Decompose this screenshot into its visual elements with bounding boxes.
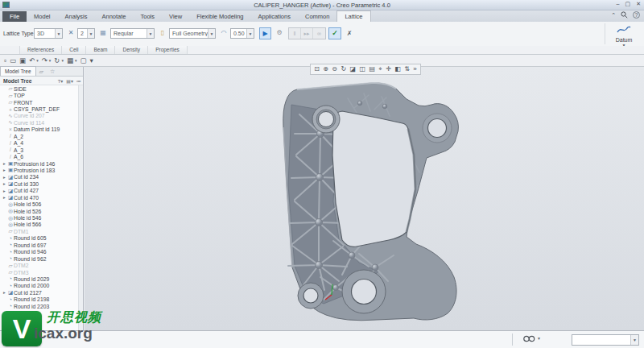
repaint-icon[interactable]: ↻ <box>339 64 348 74</box>
refit-icon[interactable]: ⊡ <box>312 64 321 74</box>
tree-item-curve-id-207[interactable]: ∿Curve id 207 <box>0 113 78 119</box>
undo-icon[interactable]: ↶ <box>27 56 36 66</box>
accept-button[interactable]: ✓ <box>328 27 341 39</box>
maximize-button[interactable]: ▢ <box>625 1 631 7</box>
tree-item-protrusion-id-146[interactable]: ▸▣Protrusion id 146 <box>0 160 78 167</box>
tab-favorites[interactable]: ☆ <box>47 67 58 76</box>
datum-group-button[interactable]: Datum ▼ <box>609 23 639 45</box>
tab-folder-browser[interactable]: ▱ <box>36 67 47 76</box>
tree-item-csys-part-def[interactable]: ＋CSYS_PART_DEF <box>0 106 78 112</box>
saved-orientations-icon[interactable]: ▤ <box>367 64 377 74</box>
tree-filter-icon[interactable]: T▾ <box>56 78 65 84</box>
menu-tab-flexible-modeling[interactable]: Flexible Modeling <box>189 11 250 22</box>
help-icon[interactable]: ? <box>633 11 640 19</box>
menu-tab-view[interactable]: View <box>162 11 189 22</box>
tree-item-round-id-946[interactable]: ◔Round id 946 <box>0 249 78 255</box>
tree-item-datum-point-id-119[interactable]: ×Datum Point id 119 <box>0 126 78 133</box>
spin-center-icon[interactable]: ◧ <box>393 64 402 74</box>
tree-item-round-id-2000[interactable]: ◔Round id 2000 <box>0 283 78 289</box>
preview-play-button[interactable]: ▶ <box>259 27 271 39</box>
tree-item-hole-id-546[interactable]: ◎Hole id 546 <box>0 214 78 221</box>
geometry-select[interactable]: Full Geometry▼ <box>169 28 216 39</box>
tree-item-round-id-697[interactable]: ◔Round id 697 <box>0 242 78 248</box>
redo-icon[interactable]: ↷ <box>40 56 49 66</box>
caliper-hanger-3d-model[interactable] <box>85 67 644 330</box>
tree-item-hole-id-526[interactable]: ◎Hole id 526 <box>0 208 78 214</box>
tree-item-cut-id-234[interactable]: ▸◪Cut id 234 <box>0 174 78 180</box>
group-tab-properties[interactable]: Properties <box>148 46 188 54</box>
group-tab-references[interactable]: References <box>19 46 62 54</box>
tree-item-cut-id-470[interactable]: ▸◪Cut id 470 <box>0 194 78 201</box>
tree-item-round-id-962[interactable]: ◔Round id 962 <box>0 255 78 262</box>
lattice-type-select[interactable]: 3D▼ <box>34 28 63 39</box>
open-file-icon[interactable]: ▭ <box>8 56 18 66</box>
tree-item-curve-id-114[interactable]: ∿Curve id 114 <box>0 119 78 126</box>
menu-tab-applications[interactable]: Applications <box>251 11 298 22</box>
menu-tab-annotate[interactable]: Annotate <box>94 11 133 22</box>
zoom-out-icon[interactable]: ⊖ <box>330 64 339 74</box>
tree-item-cut-id-427[interactable]: ▸◪Cut id 427 <box>0 188 78 194</box>
minimize-button[interactable]: – <box>617 1 620 7</box>
tree-settings-icon[interactable]: ▤▾ <box>64 78 75 84</box>
menu-tab-common[interactable]: Common <box>298 11 336 22</box>
datum-display-icon[interactable]: ⌖ <box>377 64 384 74</box>
find-tool[interactable]: ▼ <box>523 334 541 342</box>
zoom-in-icon[interactable]: ⊕ <box>321 64 330 74</box>
ball-diameter-icon[interactable]: ◠ <box>218 28 229 39</box>
new-file-icon[interactable]: ▫ <box>2 56 8 66</box>
perspective-icon[interactable]: » <box>411 64 419 74</box>
cell-type-select[interactable]: Regular▼ <box>110 28 155 39</box>
search-icon[interactable] <box>621 11 628 19</box>
geometry-rep-icon[interactable]: ▯ <box>157 28 168 39</box>
tab-model-tree[interactable]: Model Tree <box>0 66 36 76</box>
tree-item-round-id-605[interactable]: ◔Round id 605 <box>0 235 78 242</box>
tree-columns-icon[interactable]: ≔ <box>75 78 83 84</box>
minimize-ribbon-icon[interactable]: ⌃ <box>611 12 616 19</box>
tree-item-dtm2[interactable]: ▱DTM2 <box>0 262 78 268</box>
tree-item-protrusion-id-183[interactable]: ▸▣Protrusion id 183 <box>0 167 78 173</box>
tree-item-dtm1[interactable]: ▱DTM1 <box>0 228 78 234</box>
tree-item-dtm3[interactable]: ▱DTM3 <box>0 269 78 276</box>
tree-item-side[interactable]: ▱SIDE <box>0 85 78 92</box>
tree-item-cut-id-330[interactable]: ▸◪Cut id 330 <box>0 180 78 187</box>
tree-item-front[interactable]: ▱FRONT <box>0 99 78 106</box>
options-gear-icon[interactable]: ⚙ <box>274 28 285 39</box>
regenerate-icon[interactable]: ↻ <box>52 56 61 66</box>
close-window-icon[interactable]: ▢ <box>79 56 89 66</box>
menu-tab-analysis[interactable]: Analysis <box>58 11 95 22</box>
group-tab-cell[interactable]: Cell <box>62 46 86 54</box>
display-style-icon[interactable]: ◫ <box>357 64 367 74</box>
tree-item-round-id-2198[interactable]: ◔Round id 2198 <box>0 296 78 303</box>
tree-item-a-6[interactable]: /A_6 <box>0 153 78 160</box>
tree-item-cut-id-2127[interactable]: ▸◪Cut id 2127 <box>0 289 78 296</box>
menu-tab-tools[interactable]: Tools <box>134 11 163 22</box>
beam-count-select[interactable]: 2▼ <box>77 28 95 39</box>
graphics-viewport[interactable] <box>85 67 644 330</box>
cell-shape-icon[interactable]: ▦ <box>97 28 109 39</box>
selection-filter-select[interactable]: ▼ <box>572 334 639 346</box>
cancel-feature-button[interactable]: ✗ <box>345 29 354 39</box>
windows-icon[interactable]: ▦ <box>65 56 75 66</box>
group-tab-beam[interactable]: Beam <box>86 46 115 54</box>
shading-icon[interactable]: ◪ <box>348 64 357 74</box>
tree-item-a-2[interactable]: /A_2 <box>0 133 78 139</box>
tree-item-a-3[interactable]: /A_3 <box>0 147 78 153</box>
menu-tab-file[interactable]: File <box>2 11 27 22</box>
tree-item-hole-id-566[interactable]: ◎Hole id 566 <box>0 222 78 228</box>
menu-tab-model[interactable]: Model <box>27 11 57 22</box>
tree-item-round-id-2029[interactable]: ◔Round id 2029 <box>0 276 78 282</box>
tree-item-hole-id-506[interactable]: ◎Hole id 506 <box>0 201 78 207</box>
tree-item-a-4[interactable]: /A_4 <box>0 140 78 147</box>
beam-directions-icon[interactable]: ✕ <box>65 28 76 39</box>
view-manager-icon[interactable]: ⇅ <box>402 64 411 74</box>
tree-item-top[interactable]: ▱TOP <box>0 92 78 98</box>
toolbar-options-icon[interactable]: ▾ <box>89 56 95 66</box>
close-button[interactable]: ✕ <box>636 1 641 7</box>
preview-glasses-icon[interactable]: ∞ <box>313 28 325 39</box>
group-tab-density[interactable]: Density <box>115 46 148 54</box>
menu-tab-lattice[interactable]: Lattice <box>336 10 370 22</box>
no-preview-icon[interactable]: ▸▸ <box>301 28 313 39</box>
model-tree-scrollbar[interactable] <box>78 85 83 330</box>
ball-diameter-select[interactable]: 0.50▼ <box>230 28 254 39</box>
save-icon[interactable]: ▣ <box>18 56 27 66</box>
